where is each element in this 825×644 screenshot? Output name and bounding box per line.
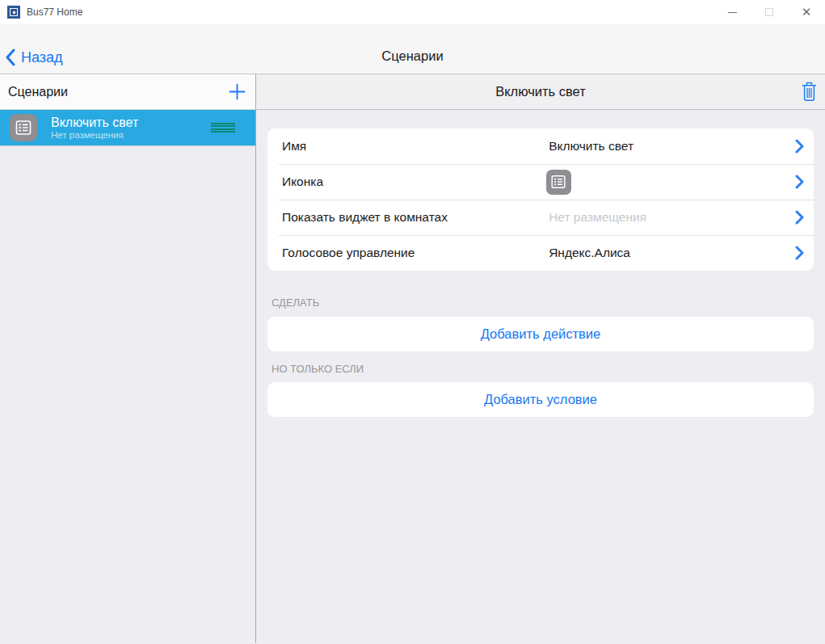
row-icon-label: Иконка xyxy=(282,175,323,189)
section-label-do: СДЕЛАТЬ xyxy=(271,297,810,309)
delete-scenario-button[interactable] xyxy=(802,82,817,102)
close-button[interactable]: ✕ xyxy=(788,0,825,24)
minimize-icon xyxy=(728,12,737,13)
row-voice-control-label: Голосовое управление xyxy=(282,246,415,260)
nav-bar: Назад Сценарии xyxy=(0,24,825,74)
detail-body: Имя Включить свет Иконка xyxy=(256,110,825,417)
chevron-right-icon xyxy=(795,175,804,192)
row-widget-rooms-label: Показать виджет в комнатах xyxy=(282,210,448,225)
window-title: Bus77 Home xyxy=(27,6,82,18)
chevron-right-icon xyxy=(795,210,804,228)
sidebar-item-scenario[interactable]: Включить свет Нет размещения xyxy=(0,110,255,146)
close-icon: ✕ xyxy=(802,6,812,19)
detail-title: Включить свет xyxy=(495,84,586,99)
drag-handle-icon[interactable] xyxy=(211,123,235,133)
properties-card: Имя Включить свет Иконка xyxy=(267,128,814,271)
add-condition-button[interactable]: Добавить условие xyxy=(267,382,814,417)
scenarios-sidebar: Сценарии Включить свет Нет размещения xyxy=(0,74,256,643)
maximize-button[interactable] xyxy=(751,0,788,24)
sidebar-item-subtitle: Нет размещения xyxy=(51,130,138,141)
add-scenario-button[interactable] xyxy=(229,83,246,100)
trash-icon xyxy=(802,82,817,102)
row-icon[interactable]: Иконка xyxy=(267,164,814,200)
detail-header: Включить свет xyxy=(256,74,825,110)
maximize-icon xyxy=(765,8,773,16)
add-action-button[interactable]: Добавить действие xyxy=(267,317,814,351)
app-logo-icon xyxy=(7,6,20,19)
chevron-right-icon xyxy=(795,246,804,263)
plus-icon xyxy=(229,83,246,100)
sidebar-item-texts: Включить свет Нет размещения xyxy=(51,116,138,141)
minimize-button[interactable] xyxy=(713,0,751,24)
row-name[interactable]: Имя Включить свет xyxy=(267,128,814,164)
sidebar-item-title: Включить свет xyxy=(51,116,138,130)
sidebar-header: Сценарии xyxy=(0,74,255,110)
row-name-value: Включить свет xyxy=(549,139,633,154)
list-icon xyxy=(10,114,37,141)
sidebar-title: Сценарии xyxy=(8,85,68,99)
window-controls: ✕ xyxy=(713,0,825,24)
scenario-detail-panel: Включить свет Имя Включить свет xyxy=(256,74,825,643)
window-titlebar: Bus77 Home ✕ xyxy=(0,0,825,24)
row-widget-rooms[interactable]: Показать виджет в комнатах Нет размещени… xyxy=(267,200,814,235)
section-label-only-if: НО ТОЛЬКО ЕСЛИ xyxy=(271,363,810,375)
page-title: Сценарии xyxy=(0,48,825,64)
row-name-label: Имя xyxy=(282,139,306,154)
row-voice-control[interactable]: Голосовое управление Яндекс.Алиса xyxy=(267,235,814,271)
row-widget-rooms-value: Нет размещения xyxy=(549,210,646,225)
chevron-right-icon xyxy=(795,139,804,157)
content-area: Сценарии Включить свет Нет размещения xyxy=(0,74,825,643)
row-voice-control-value: Яндекс.Алиса xyxy=(549,246,630,260)
list-icon xyxy=(546,170,571,195)
